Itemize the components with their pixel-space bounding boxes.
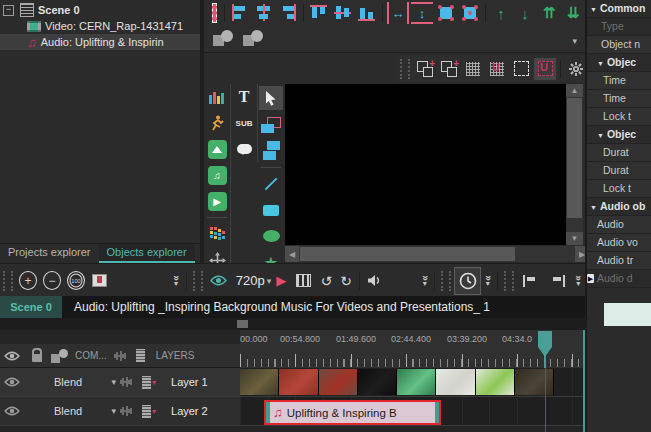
toolbar-grip[interactable] — [193, 271, 203, 291]
group-expand-icon[interactable]: ▼ — [590, 6, 597, 13]
property-row-time[interactable]: Time — [587, 90, 651, 108]
property-value-field[interactable] — [604, 303, 651, 326]
zoom-in-icon[interactable]: + — [19, 271, 37, 290]
video-thumbnail[interactable] — [279, 369, 318, 395]
resolution-dropdown-icon[interactable]: ▾ — [267, 276, 272, 286]
tab-projects-explorer[interactable]: Projects explorer — [0, 244, 99, 263]
tooltip-tool-icon[interactable] — [233, 138, 255, 160]
visibility-column-eye-icon[interactable] — [4, 351, 20, 361]
layer2-waveform-icon[interactable] — [120, 405, 134, 417]
property-row-audio-vo[interactable]: Audio vo — [587, 234, 651, 252]
lock-column-icon[interactable] — [32, 354, 42, 362]
align-left-icon[interactable] — [229, 2, 251, 24]
preview-canvas[interactable] — [285, 84, 566, 245]
loop-forward-icon[interactable]: ↻ — [340, 274, 352, 288]
property-row-lock-t[interactable]: Lock t — [587, 108, 651, 126]
layer2-layer-icon[interactable] — [142, 405, 151, 418]
property-row-objec[interactable]: ▼Objec — [587, 126, 651, 144]
loop-back-icon[interactable]: ↺ — [320, 274, 332, 288]
selection-rect-icon[interactable] — [212, 3, 217, 23]
rectangle-tool-icon[interactable] — [260, 199, 282, 221]
image-tool-icon[interactable] — [206, 138, 228, 160]
waveform-column-icon[interactable] — [114, 350, 128, 362]
property-row-audio-d[interactable]: ▶Audio d — [587, 270, 651, 288]
video-thumbnail[interactable] — [476, 369, 515, 395]
subtitle-tool-icon[interactable]: SUB — [233, 112, 255, 134]
layer2-name[interactable]: Layer 2 — [171, 405, 208, 417]
video-thumbnail[interactable] — [319, 369, 358, 395]
tree-item-video[interactable]: Video: CERN_Rap-1431471 — [0, 18, 200, 34]
video-thumbnail[interactable] — [397, 369, 436, 395]
tree-item-audio[interactable]: ♫ Audio: Uplifting & Inspirin — [0, 34, 200, 50]
property-row-durat[interactable]: Durat — [587, 144, 651, 162]
vertical-scroll-thumb[interactable] — [567, 98, 582, 218]
clip-end-marker-icon[interactable] — [550, 275, 565, 287]
layer-row-2[interactable]: Blend ▾ ▾ Layer 2 ♫ Uplifting & Inspirin… — [0, 396, 583, 426]
line-tool-icon[interactable] — [260, 173, 282, 195]
toolbar-grip[interactable] — [400, 59, 410, 79]
space-vertical-icon[interactable]: ↕ — [411, 2, 433, 24]
chart-tool-icon[interactable] — [206, 86, 228, 108]
toolbar-grip[interactable] — [441, 271, 451, 291]
layer2-blend-select[interactable]: Blend ▾ — [54, 405, 116, 417]
layer1-options-icon[interactable]: ▾ — [152, 378, 156, 387]
scroll-right-mini-icon[interactable]: ▶ — [587, 274, 594, 283]
mini-scroll-thumb[interactable] — [237, 320, 248, 328]
video-thumbnail[interactable] — [358, 369, 397, 395]
speaker-icon[interactable] — [367, 274, 382, 287]
preview-vertical-scrollbar[interactable]: ▲ ▼ — [566, 84, 583, 245]
toolbar-overflow-icon[interactable]: ▾ — [572, 36, 577, 46]
toolbar-grip[interactable] — [3, 271, 13, 291]
ungroup-objects-icon[interactable] — [241, 27, 265, 51]
text-tool-icon[interactable]: T — [233, 86, 255, 108]
scroll-up-icon[interactable]: ▲ — [566, 84, 583, 97]
preview-resolution-label[interactable]: 720p — [236, 273, 265, 288]
layer1-layer-icon[interactable] — [142, 376, 151, 389]
overlap-shapes-icon[interactable] — [260, 114, 282, 136]
layer2-track[interactable]: ♫ Uplifting & Inspiring B — [240, 397, 583, 425]
align-center-icon[interactable] — [253, 2, 275, 24]
property-row-object-n[interactable]: Object n — [587, 36, 651, 54]
video-thumbnail[interactable] — [240, 369, 279, 395]
align-top-icon[interactable] — [308, 2, 330, 24]
property-row-audio-ob[interactable]: ▼Audio ob — [587, 198, 651, 216]
objects-column-icon[interactable] — [51, 348, 69, 364]
move-up-icon[interactable]: ↑ — [490, 2, 512, 24]
bounds-icon[interactable] — [510, 58, 532, 80]
timeline-ruler[interactable]: 00.00000:54.80001:49.60002:44.40003:39.2… — [240, 330, 583, 369]
scroll-down-icon[interactable]: ▼ — [566, 232, 583, 245]
audio-tool-icon[interactable]: ♫ — [206, 164, 228, 186]
align-bottom-icon[interactable] — [356, 2, 378, 24]
same-size-icon[interactable] — [435, 2, 457, 24]
layer-row-1[interactable]: Blend ▾ ▾ Layer 1 — [0, 368, 583, 396]
zoom-100-icon[interactable]: 100 — [67, 271, 85, 290]
add-group-icon[interactable]: + — [414, 58, 436, 80]
snap-bounds-icon[interactable]: U — [534, 58, 556, 80]
zoom-overflow-icon[interactable]: »▾ — [173, 275, 179, 287]
time-display-icon[interactable] — [454, 267, 480, 295]
layer-column-icon[interactable] — [136, 349, 145, 362]
playback-overflow-icon[interactable]: »▾ — [422, 275, 428, 287]
preview-eye-icon[interactable] — [210, 275, 227, 286]
property-row-durat[interactable]: Durat — [587, 162, 651, 180]
select-tool-icon[interactable] — [259, 86, 283, 110]
fit-size-icon[interactable] — [459, 2, 481, 24]
clip-start-marker-icon[interactable] — [523, 275, 538, 287]
property-row-objec[interactable]: ▼Objec — [587, 54, 651, 72]
video-thumbnail[interactable] — [515, 369, 554, 395]
zoom-out-icon[interactable]: − — [43, 271, 61, 290]
time-overflow-icon[interactable]: »▾ — [485, 275, 491, 287]
grid-icon[interactable] — [462, 58, 484, 80]
duplicate-shapes-icon[interactable] — [260, 140, 282, 162]
gear-icon[interactable] — [565, 58, 587, 80]
move-top-icon[interactable]: ⇈ — [538, 2, 560, 24]
horizontal-scroll-thumb[interactable] — [300, 247, 515, 261]
equalizer-tool-icon[interactable] — [206, 223, 228, 245]
marker-overflow-icon[interactable]: »▾ — [575, 275, 581, 287]
property-row-type[interactable]: Type — [587, 18, 651, 36]
frame-preview-icon[interactable] — [92, 274, 107, 287]
animation-tool-icon[interactable] — [206, 112, 228, 134]
tree-item-scene[interactable]: − Scene 0 — [0, 2, 200, 18]
add-to-group-icon[interactable]: + — [438, 58, 460, 80]
breadcrumb-scene-tab[interactable]: Scene 0 — [0, 296, 62, 318]
